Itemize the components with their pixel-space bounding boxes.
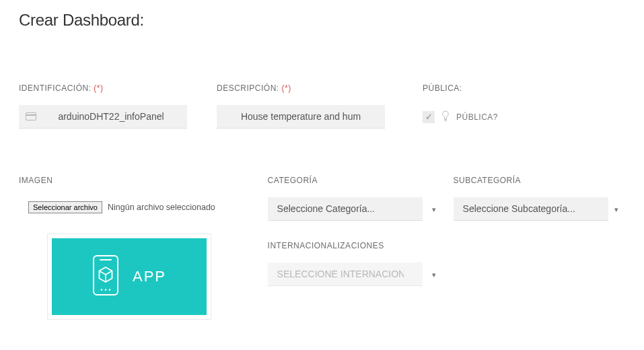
field-internacionalizaciones: INTERNACIONALIZACIONES SELECCIONE INTERN…: [268, 241, 443, 286]
label-descripcion: DESCRIPCIÓN: (*): [217, 83, 398, 93]
intl-select[interactable]: SELECCIONE INTERNACIONALIZACION: [268, 262, 423, 286]
input-wrap-identificacion: [19, 105, 187, 129]
select-wrap-intl: SELECCIONE INTERNACIONALIZACION ▾: [268, 262, 443, 286]
label-categoria: CATEGORÍA: [268, 176, 443, 185]
lightbulb-icon: [441, 110, 450, 124]
field-imagen: IMAGEN Seleccionar archivo Ningún archiv…: [19, 176, 257, 320]
descripcion-input[interactable]: [217, 105, 385, 129]
file-select-button[interactable]: Seleccionar archivo: [28, 201, 102, 213]
required-marker: (*): [282, 83, 291, 93]
image-preview-text: APP: [133, 268, 166, 285]
field-subcategoria: SUBCATEGORÍA Seleccione Subcategoría... …: [454, 176, 625, 320]
phone-icon: [92, 254, 119, 299]
label-imagen: IMAGEN: [19, 176, 257, 185]
col-categoria-group: CATEGORÍA Seleccione Categoría... ▾ INTE…: [268, 176, 443, 320]
svg-rect-1: [26, 114, 36, 116]
field-identificacion: IDENTIFICACIÓN: (*): [19, 83, 201, 129]
publica-row: ✓ PÚBLICA?: [423, 105, 498, 129]
card-icon: [26, 111, 36, 123]
svg-point-7: [105, 289, 107, 291]
label-text: DESCRIPCIÓN:: [217, 83, 279, 93]
page-title: Crear Dashboard:: [19, 11, 625, 30]
svg-point-6: [101, 289, 103, 291]
form-row-2: IMAGEN Seleccionar archivo Ningún archiv…: [19, 176, 625, 320]
publica-checkbox[interactable]: ✓: [423, 111, 435, 123]
select-wrap-categoria: Seleccione Categoría... ▾: [268, 197, 443, 221]
form-row-1: IDENTIFICACIÓN: (*) DESCRIPCIÓN: (*) PÚB…: [19, 83, 625, 129]
svg-point-8: [109, 289, 111, 291]
file-status-text: Ningún archivo seleccionado: [108, 203, 215, 212]
label-text: IDENTIFICACIÓN:: [19, 83, 92, 93]
file-chooser-row: Seleccionar archivo Ningún archivo selec…: [28, 201, 257, 213]
field-categoria: CATEGORÍA Seleccione Categoría... ▾: [268, 176, 443, 221]
label-identificacion: IDENTIFICACIÓN: (*): [19, 83, 201, 93]
chevron-down-icon: ▾: [432, 270, 436, 279]
label-subcategoria: SUBCATEGORÍA: [454, 176, 625, 185]
categoria-select[interactable]: Seleccione Categoría...: [268, 197, 423, 221]
field-publica: PÚBLICA: ✓ PÚBLICA?: [423, 83, 498, 129]
input-wrap-descripcion: [217, 105, 385, 129]
image-preview-card: APP: [52, 238, 207, 315]
field-descripcion: DESCRIPCIÓN: (*): [217, 83, 398, 129]
chevron-down-icon: ▾: [614, 205, 618, 213]
chevron-down-icon: ▾: [432, 205, 436, 213]
publica-checkbox-label: PÚBLICA?: [456, 112, 498, 122]
subcategoria-select[interactable]: Seleccione Subcategoría...: [454, 197, 608, 221]
image-preview-frame: APP: [47, 234, 211, 320]
label-publica: PÚBLICA:: [423, 83, 498, 93]
svg-rect-0: [26, 112, 36, 120]
select-wrap-subcategoria: Seleccione Subcategoría... ▾: [454, 197, 625, 221]
label-intl: INTERNACIONALIZACIONES: [268, 241, 443, 250]
svg-rect-3: [445, 120, 447, 121]
required-marker: (*): [94, 83, 103, 93]
svg-rect-2: [444, 119, 447, 120]
identificacion-input[interactable]: [19, 105, 187, 129]
